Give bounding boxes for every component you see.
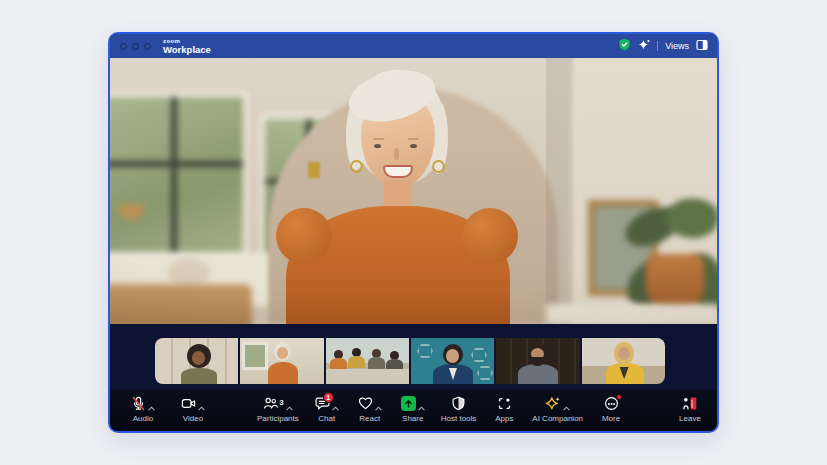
- participant-video-2[interactable]: [240, 338, 323, 384]
- ai-companion-icon: [545, 396, 561, 415]
- zoom-workplace-logo: zoom Workplace: [163, 38, 211, 55]
- chat-label: Chat: [318, 414, 335, 423]
- chevron-up-icon[interactable]: [198, 397, 205, 415]
- host-tools-label: Host tools: [441, 414, 477, 423]
- participant-video-6[interactable]: [582, 338, 665, 384]
- participants-icon: [263, 396, 278, 415]
- more-notification-dot: [616, 394, 622, 400]
- brand-zoom-text: zoom: [163, 38, 211, 44]
- participant-thumbnails: [155, 338, 665, 384]
- more-label: More: [602, 414, 620, 423]
- views-label[interactable]: Views: [665, 41, 689, 51]
- host-tools-icon: [451, 396, 466, 415]
- toolbar-center-group: 3 Participants 1 Chat: [257, 396, 626, 423]
- thumb1-person-face: [192, 351, 205, 365]
- brand-workplace-text: Workplace: [163, 45, 211, 55]
- chat-icon: 1: [315, 396, 330, 415]
- thumb3-person-body: [368, 357, 385, 369]
- video-button[interactable]: Video: [178, 396, 208, 423]
- react-icon: [358, 396, 373, 415]
- chat-unread-badge: 1: [323, 392, 334, 403]
- titlebar-separator: [657, 41, 658, 51]
- window-dot[interactable]: [120, 43, 127, 50]
- more-button[interactable]: More: [596, 396, 626, 423]
- thumb2-window: [242, 342, 268, 370]
- leave-button[interactable]: Leave: [675, 396, 705, 423]
- window-dot[interactable]: [144, 43, 151, 50]
- participant-video-1[interactable]: [155, 338, 238, 384]
- main-video-tile[interactable]: [110, 58, 717, 324]
- thumb1-person-body: [181, 368, 217, 384]
- host-tools-button[interactable]: Host tools: [441, 396, 477, 423]
- leave-label: Leave: [679, 414, 701, 423]
- share-label: Share: [402, 414, 423, 423]
- titlebar-right-controls: Views: [618, 37, 717, 55]
- audio-button[interactable]: Audio: [128, 396, 158, 423]
- camera-icon: [181, 396, 196, 415]
- chevron-up-icon[interactable]: [418, 397, 425, 415]
- shield-check-icon[interactable]: [618, 37, 631, 55]
- thumb4-person-face: [446, 349, 459, 363]
- toolbar-right-group: Leave: [675, 396, 717, 423]
- audio-label: Audio: [133, 414, 153, 423]
- chevron-up-icon[interactable]: [286, 397, 293, 415]
- participants-button[interactable]: 3 Participants: [257, 396, 299, 423]
- titlebar: zoom Workplace Views: [110, 34, 717, 58]
- ai-companion-button[interactable]: AI Companion: [532, 396, 583, 423]
- react-button[interactable]: React: [355, 396, 385, 423]
- toolbar-left-group: Audio Video: [110, 396, 208, 423]
- react-label: React: [359, 414, 380, 423]
- zoom-app-window: zoom Workplace Views: [108, 32, 719, 433]
- more-icon: [604, 396, 619, 415]
- thumb5-person-body: [518, 364, 558, 384]
- video-label: Video: [183, 414, 203, 423]
- participant-video-3[interactable]: [326, 338, 409, 384]
- views-grid-icon[interactable]: [696, 37, 708, 55]
- thumb3-person-body: [348, 356, 365, 368]
- participant-video-4[interactable]: [411, 338, 494, 384]
- thumb2-person-body: [268, 362, 298, 384]
- participants-count: 3: [279, 398, 283, 407]
- participants-label: Participants: [257, 414, 299, 423]
- mic-off-icon: [131, 396, 146, 415]
- filmstrip: [110, 324, 717, 390]
- sparkle-icon[interactable]: [638, 37, 650, 55]
- meeting-toolbar: Audio Video: [110, 390, 717, 431]
- share-icon: [401, 396, 416, 411]
- participant-video-5[interactable]: [496, 338, 579, 384]
- ai-companion-label: AI Companion: [532, 414, 583, 423]
- apps-icon: [497, 396, 512, 415]
- window-dots-icon[interactable]: [110, 43, 151, 50]
- leave-icon: [682, 396, 698, 415]
- thumb6-person-face: [618, 347, 630, 360]
- chevron-up-icon[interactable]: [563, 397, 570, 415]
- share-button[interactable]: Share: [398, 396, 428, 423]
- chat-button[interactable]: 1 Chat: [312, 396, 342, 423]
- thumb3-table: [326, 369, 409, 384]
- window-dot[interactable]: [132, 43, 139, 50]
- chevron-up-icon[interactable]: [148, 397, 155, 415]
- chevron-up-icon[interactable]: [375, 397, 382, 415]
- apps-label: Apps: [495, 414, 513, 423]
- scene-vignette: [110, 58, 717, 324]
- apps-button[interactable]: Apps: [489, 396, 519, 423]
